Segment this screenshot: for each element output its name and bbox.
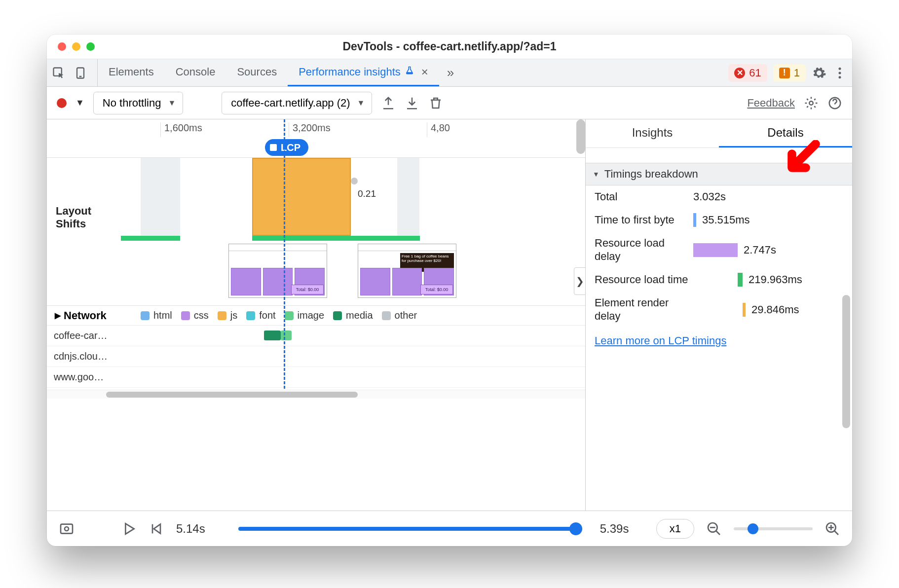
svg-point-5 [839, 76, 841, 78]
disclosure-triangle-icon: ▶ [55, 311, 61, 320]
close-tab-icon[interactable]: × [421, 65, 428, 79]
timing-ttfb: Time to first byte 35.515ms [586, 208, 852, 232]
ruler-tick-0: 1,600ms [164, 122, 202, 134]
tab-elements[interactable]: Elements [98, 59, 165, 86]
zoom-window-button[interactable] [86, 42, 95, 51]
learn-more-row: Learn more on LCP timings [586, 328, 852, 354]
svg-line-13 [716, 531, 720, 535]
zoom-out-icon[interactable] [706, 521, 722, 537]
timing-resource-load-time: Resource load time 219.963ms [586, 268, 852, 292]
export-icon[interactable] [381, 96, 396, 110]
panel-settings-icon[interactable] [804, 96, 819, 110]
zoom-in-icon[interactable] [824, 521, 840, 537]
flask-icon [405, 66, 414, 78]
legend-image-swatch [285, 311, 294, 320]
timing-resource-load-delay: Resource load delay 2.747s [586, 232, 852, 268]
errors-badge[interactable]: ✕ 61 [728, 64, 767, 82]
playback-bar: 5.14s 5.39s x1 [47, 511, 852, 546]
learn-more-link[interactable]: Learn more on LCP timings [595, 334, 726, 347]
cls-block[interactable] [252, 158, 351, 236]
zoom-knob[interactable] [748, 523, 758, 534]
inspect-element-icon[interactable] [52, 66, 66, 80]
zoom-slider[interactable] [734, 527, 813, 530]
cls-marker-dot [351, 178, 358, 184]
legend-css-swatch [181, 311, 190, 320]
legend-other-swatch [382, 311, 391, 320]
insights-toolbar: ▼ No throttling ▼ coffee-cart.netlify.ap… [47, 87, 852, 119]
target-value: coffee-cart.netlify.app (2) [231, 97, 350, 110]
throttling-value: No throttling [103, 97, 161, 110]
ttfb-bar [693, 213, 696, 227]
more-tabs-button[interactable]: » [439, 65, 462, 80]
help-icon[interactable] [827, 96, 842, 110]
details-vscrollbar[interactable] [842, 295, 850, 428]
tab-sources[interactable]: Sources [226, 59, 288, 86]
svg-line-17 [834, 531, 838, 535]
timing-total: Total 3.032s [586, 185, 852, 208]
svg-point-3 [839, 67, 841, 70]
network-row-header: ▶ Network html css js font image media o… [47, 306, 585, 326]
network-row[interactable]: www.goo… [47, 367, 585, 388]
svg-rect-8 [61, 524, 73, 533]
seek-knob[interactable] [569, 522, 582, 535]
lcp-stop-icon [270, 144, 277, 151]
lcp-badge[interactable]: LCP [265, 139, 308, 156]
total-time: 5.39s [600, 522, 644, 536]
window-controls [47, 42, 95, 51]
network-row[interactable]: cdnjs.clou… [47, 346, 585, 367]
total-button-thumb: Total: $0.00 [291, 285, 324, 294]
network-legend: html css js font image media other [141, 310, 417, 321]
current-time: 5.14s [176, 522, 221, 536]
kebab-menu-icon[interactable] [832, 66, 847, 80]
expand-sidebar-button[interactable]: ❯ [574, 267, 586, 295]
time-ruler[interactable]: 1,600ms 3,200ms 4,80 LCP [47, 119, 585, 158]
svg-point-4 [839, 72, 841, 74]
seek-slider[interactable] [238, 527, 582, 531]
titlebar: DevTools - coffee-cart.netlify.app/?ad=1 [47, 35, 852, 59]
warnings-count: 1 [794, 67, 800, 79]
layout-shifts-label: Layout Shifts [47, 158, 121, 305]
erd-bar [743, 303, 746, 317]
ruler-tick-2: 4,80 [431, 122, 450, 134]
legend-media-swatch [333, 311, 342, 320]
legend-html-swatch [141, 311, 150, 320]
filmstrip-frame-1[interactable]: Total: $0.00 [228, 244, 327, 298]
legend-font-swatch [246, 311, 255, 320]
tab-insights[interactable]: Insights [586, 119, 719, 147]
devtools-tabstrip: Elements Console Sources Performance ins… [47, 59, 852, 87]
target-select[interactable]: coffee-cart.netlify.app (2) ▼ [222, 92, 372, 114]
close-window-button[interactable] [58, 42, 66, 51]
tab-performance-insights[interactable]: Performance insights × [288, 59, 439, 86]
throttling-select[interactable]: No throttling ▼ [93, 92, 183, 114]
timeline-hscrollbar[interactable] [47, 390, 585, 399]
chevron-down-icon: ▼ [168, 99, 176, 108]
warnings-badge[interactable]: ! 1 [773, 64, 806, 82]
errors-count: 61 [749, 67, 761, 79]
import-icon[interactable] [405, 96, 419, 110]
minimize-window-button[interactable] [72, 42, 80, 51]
error-icon: ✕ [734, 68, 745, 78]
record-button[interactable] [57, 98, 67, 108]
timeline-pane: 1,600ms 3,200ms 4,80 LCP Layout Shifts [47, 119, 586, 511]
delete-icon[interactable] [428, 96, 443, 110]
total-button-thumb: Total: $0.00 [420, 285, 453, 294]
network-row[interactable]: coffee-car… [47, 326, 585, 346]
device-toolbar-icon[interactable] [74, 66, 87, 80]
speed-select[interactable]: x1 [656, 519, 694, 539]
settings-icon[interactable] [812, 66, 826, 80]
main-area: 1,600ms 3,200ms 4,80 LCP Layout Shifts [47, 119, 852, 511]
devtools-window: DevTools - coffee-cart.netlify.app/?ad=1… [47, 35, 852, 546]
filmstrip-frame-2[interactable]: Free 1 bag of coffee beans for purchase … [358, 244, 456, 298]
feedback-link[interactable]: Feedback [747, 97, 795, 110]
play-icon[interactable] [121, 521, 137, 537]
rlt-bar [738, 273, 743, 287]
network-label[interactable]: ▶ Network [47, 309, 141, 322]
preview-toggle-icon[interactable] [59, 521, 75, 537]
skip-start-icon[interactable] [149, 521, 164, 537]
tab-console[interactable]: Console [165, 59, 226, 86]
cls-value: 0.21 [358, 188, 376, 199]
ruler-tick-1: 3,200ms [293, 122, 331, 134]
svg-point-6 [809, 101, 813, 105]
record-menu-caret-icon[interactable]: ▼ [75, 98, 84, 108]
layout-shifts-track[interactable]: 0.21 Total: $0.00 [121, 158, 585, 305]
